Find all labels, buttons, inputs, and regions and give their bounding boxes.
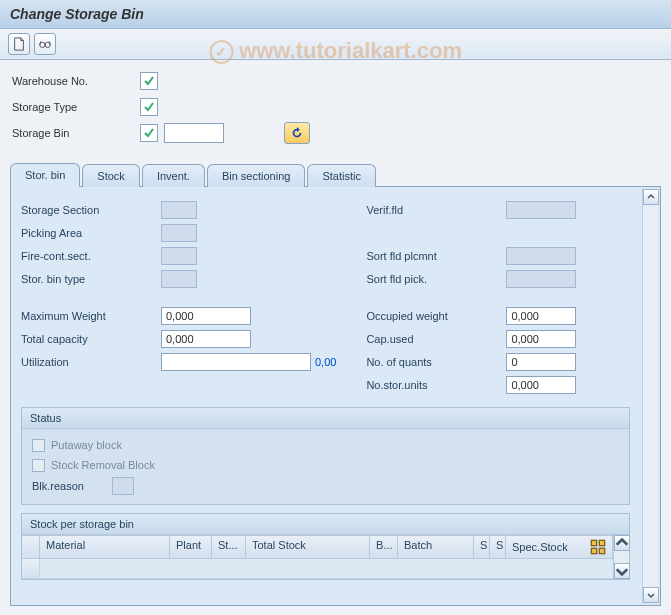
stor-units-input[interactable] [506, 376, 576, 394]
chevron-up-icon [615, 536, 629, 550]
sort-plc-label: Sort fld plcmnt [366, 250, 506, 262]
col-st[interactable]: St... [212, 536, 246, 558]
refresh-button[interactable] [284, 122, 310, 144]
removal-block-row: Stock Removal Block [32, 455, 619, 475]
col-material[interactable]: Material [40, 536, 170, 558]
tab-panel: Storage Section Picking Area Fire-cont.s… [10, 186, 661, 606]
utilization-label: Utilization [21, 356, 161, 368]
tab-invent[interactable]: Invent. [142, 164, 205, 187]
document-icon [12, 37, 26, 51]
putaway-checkbox[interactable] [32, 439, 45, 452]
table-row[interactable] [22, 559, 613, 579]
verif-field [506, 201, 576, 219]
sort-pick-label: Sort fld pick. [366, 273, 506, 285]
tab-bin-sectioning[interactable]: Bin sectioning [207, 164, 306, 187]
col-spec-stock[interactable]: Spec.Stock [506, 536, 613, 558]
col-s1[interactable]: S [474, 536, 490, 558]
stor-units-label: No.stor.units [366, 379, 506, 391]
app-toolbar [0, 29, 671, 60]
chevron-down-icon [615, 564, 629, 578]
warehouse-label: Warehouse No. [12, 75, 140, 87]
scroll-up-button[interactable] [643, 189, 659, 205]
utilization-input[interactable] [161, 353, 311, 371]
svg-rect-5 [599, 548, 604, 553]
removal-label: Stock Removal Block [51, 459, 155, 471]
chevron-down-icon [647, 591, 655, 599]
putaway-label: Putaway block [51, 439, 122, 451]
verif-label: Verif.fld [366, 204, 506, 216]
new-document-button[interactable] [8, 33, 30, 55]
col-batch[interactable]: Batch [398, 536, 474, 558]
col-selector[interactable] [22, 536, 40, 558]
cap-used-input[interactable] [506, 330, 576, 348]
quants-input[interactable] [506, 353, 576, 371]
page-title: Change Storage Bin [10, 6, 661, 22]
storage-bin-label: Storage Bin [12, 127, 140, 139]
blk-reason-field [112, 477, 134, 495]
svg-rect-4 [591, 548, 596, 553]
status-title: Status [22, 408, 629, 429]
glasses-icon [38, 37, 52, 51]
sort-plc-field [506, 247, 576, 265]
tab-strip: Stor. bin Stock Invent. Bin sectioning S… [10, 162, 661, 186]
tab-stor-bin[interactable]: Stor. bin [10, 163, 80, 187]
stock-table-group: Stock per storage bin Material Plant St.… [21, 513, 630, 580]
table-scroll-down[interactable] [614, 563, 630, 579]
table-scroll-up[interactable] [614, 535, 630, 551]
stor-bin-type-label: Stor. bin type [21, 273, 161, 285]
svg-rect-2 [591, 540, 596, 545]
quants-label: No. of quants [366, 356, 506, 368]
chevron-up-icon [647, 193, 655, 201]
storage-bin-input[interactable] [164, 123, 224, 143]
storage-type-label: Storage Type [12, 101, 140, 113]
table-scrollbar[interactable] [613, 535, 629, 579]
table-config-icon [590, 539, 606, 555]
status-group: Status Putaway block Stock Removal Block… [21, 407, 630, 505]
removal-checkbox[interactable] [32, 459, 45, 472]
utilization-pct: 0,00 [315, 356, 336, 368]
title-bar: Change Storage Bin [0, 0, 671, 29]
putaway-block-row: Putaway block [32, 435, 619, 455]
storage-bin-required-icon [140, 124, 158, 142]
fire-cont-field [161, 247, 197, 265]
col-b[interactable]: B... [370, 536, 398, 558]
scroll-down-button[interactable] [643, 587, 659, 603]
refresh-icon [290, 126, 304, 140]
total-cap-input[interactable] [161, 330, 251, 348]
total-cap-label: Total capacity [21, 333, 161, 345]
storage-section-field [161, 201, 197, 219]
col-plant[interactable]: Plant [170, 536, 212, 558]
fire-cont-label: Fire-cont.sect. [21, 250, 161, 262]
table-config-button[interactable] [590, 539, 606, 555]
col-total-stock[interactable]: Total Stock [246, 536, 370, 558]
tab-statistic[interactable]: Statistic [307, 164, 376, 187]
row-selector[interactable] [22, 559, 40, 578]
header-fields: Warehouse No. Storage Type Storage Bin [0, 60, 671, 162]
stor-bin-type-field [161, 270, 197, 288]
tab-area: Stor. bin Stock Invent. Bin sectioning S… [0, 162, 671, 615]
left-column: Storage Section Picking Area Fire-cont.s… [21, 199, 336, 397]
table-header: Material Plant St... Total Stock B... Ba… [22, 535, 613, 559]
occ-weight-input[interactable] [506, 307, 576, 325]
svg-rect-3 [599, 540, 604, 545]
field-grid: Storage Section Picking Area Fire-cont.s… [21, 199, 650, 397]
occ-weight-label: Occupied weight [366, 310, 506, 322]
panel-scrollbar[interactable] [642, 189, 658, 603]
storage-section-label: Storage Section [21, 204, 161, 216]
blk-reason-label: Blk.reason [32, 480, 112, 492]
stock-table-title: Stock per storage bin [22, 514, 629, 535]
max-weight-label: Maximum Weight [21, 310, 161, 322]
right-column: Verif.fld Sort fld plcmnt Sort fld pick.… [366, 199, 630, 397]
max-weight-input[interactable] [161, 307, 251, 325]
picking-area-field [161, 224, 197, 242]
storage-type-required-icon [140, 98, 158, 116]
glasses-button[interactable] [34, 33, 56, 55]
picking-area-label: Picking Area [21, 227, 161, 239]
col-s2[interactable]: S [490, 536, 506, 558]
cap-used-label: Cap.used [366, 333, 506, 345]
warehouse-required-icon [140, 72, 158, 90]
sort-pick-field [506, 270, 576, 288]
tab-stock[interactable]: Stock [82, 164, 140, 187]
